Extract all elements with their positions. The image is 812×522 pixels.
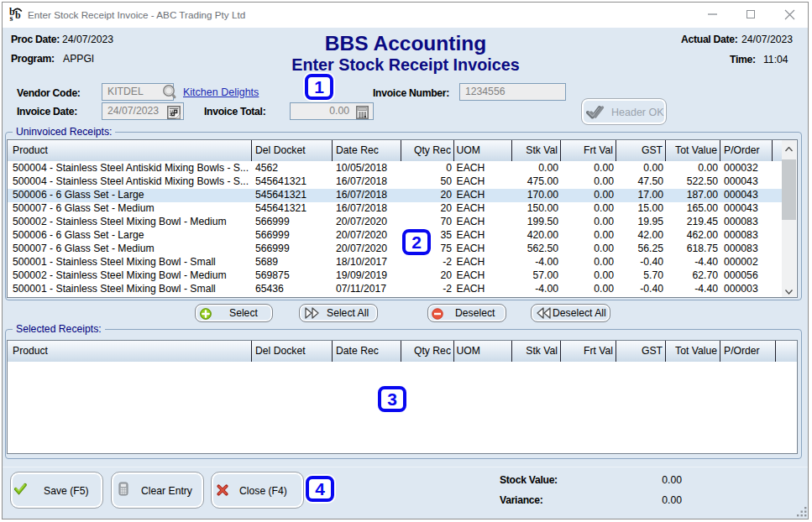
svg-text:b: b: [15, 9, 21, 21]
svg-text:s: s: [10, 13, 13, 23]
